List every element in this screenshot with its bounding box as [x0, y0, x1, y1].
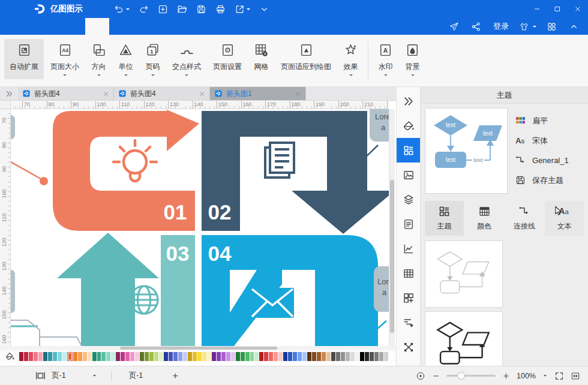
color-swatch[interactable] — [317, 352, 321, 361]
color-swatch[interactable] — [121, 352, 125, 361]
fullscreen-icon[interactable] — [554, 371, 564, 381]
theme-tool[interactable] — [397, 138, 421, 163]
tab-page-layout[interactable] — [85, 18, 109, 35]
color-swatch[interactable] — [384, 352, 388, 361]
share-button[interactable] — [471, 22, 483, 32]
theme-thumbnail-2[interactable] — [425, 311, 503, 366]
color-swatch[interactable] — [135, 352, 139, 361]
theme-thumbnail-1[interactable] — [425, 240, 503, 308]
tab-insert[interactable] — [59, 18, 83, 35]
color-swatch[interactable] — [173, 352, 178, 361]
ribbon-units[interactable]: 单位 — [113, 39, 139, 79]
color-swatch[interactable] — [278, 352, 283, 361]
color-swatch[interactable] — [73, 352, 77, 361]
color-swatch[interactable] — [360, 352, 364, 361]
tab-symbols[interactable] — [138, 18, 162, 35]
caret-down-icon[interactable] — [542, 373, 548, 378]
color-swatch[interactable] — [130, 352, 134, 361]
drawing-canvas[interactable]: 01 02 03 — [11, 109, 389, 346]
panel-tab-color[interactable]: 颜色 — [465, 201, 504, 236]
panel-tab-text[interactable]: Aa 文本 — [545, 201, 584, 236]
color-swatch[interactable] — [111, 352, 115, 361]
zoom-slider[interactable] — [446, 375, 496, 377]
document-tab-1[interactable]: 箭头图4 — [18, 87, 114, 100]
color-swatch[interactable] — [336, 352, 340, 361]
color-swatch[interactable] — [341, 352, 345, 361]
color-swatch[interactable] — [254, 352, 259, 361]
color-swatch[interactable] — [183, 352, 187, 361]
ribbon-fit-page[interactable]: 页面适应到绘图 — [275, 39, 337, 79]
color-swatch[interactable] — [19, 352, 23, 361]
minimize-button[interactable] — [527, 0, 547, 18]
color-swatch[interactable] — [43, 352, 47, 361]
shapes-tool[interactable] — [397, 285, 421, 310]
color-swatch[interactable] — [374, 352, 379, 361]
color-swatch[interactable] — [269, 352, 273, 361]
theme-connector-style[interactable]: General_1 — [515, 151, 587, 170]
color-swatch[interactable] — [34, 352, 38, 361]
customize-toolbar-button[interactable] — [259, 4, 269, 14]
color-swatch[interactable] — [226, 352, 230, 361]
panel-tab-theme[interactable]: 主题 — [425, 201, 464, 236]
theme-font[interactable]: Aa 宋体 — [515, 131, 587, 151]
color-swatch[interactable] — [38, 352, 43, 361]
ribbon-auto-expand[interactable]: 自动扩展 — [4, 39, 44, 79]
tab-view[interactable] — [112, 18, 136, 35]
table-tool[interactable] — [397, 261, 421, 285]
color-swatch[interactable] — [149, 352, 154, 361]
note-tool[interactable] — [397, 212, 421, 236]
ribbon-watermark[interactable]: A 水印 — [373, 39, 398, 79]
color-swatch[interactable] — [164, 352, 168, 361]
color-swatch[interactable] — [365, 352, 369, 361]
color-swatch[interactable] — [188, 352, 192, 361]
color-swatch[interactable] — [288, 352, 292, 361]
horizontal-scrollbar[interactable] — [0, 346, 396, 350]
presentation-play-icon[interactable] — [416, 371, 425, 381]
color-swatch[interactable] — [97, 352, 101, 361]
color-swatch[interactable] — [159, 352, 163, 361]
zoom-slider-knob[interactable] — [457, 372, 465, 380]
paint-bucket-icon[interactable] — [5, 351, 15, 362]
document-tab-2[interactable]: 箭头图4 — [114, 87, 210, 100]
close-tab-icon[interactable] — [199, 91, 205, 97]
step-01-shape[interactable]: 01 — [53, 110, 199, 231]
new-document-button[interactable] — [158, 4, 168, 14]
color-swatch[interactable] — [88, 352, 92, 361]
undo-button[interactable] — [114, 4, 130, 14]
outline-tool[interactable] — [397, 310, 421, 335]
document-tab-3[interactable]: 箭头图1 — [210, 87, 306, 100]
caret-down-icon[interactable] — [92, 373, 97, 378]
constraint-tool[interactable] — [397, 335, 421, 359]
horizontal-scrollbar-thumb[interactable] — [120, 347, 277, 350]
print-button[interactable] — [215, 4, 226, 14]
color-swatch[interactable] — [355, 352, 359, 361]
zoom-out-icon[interactable] — [432, 371, 440, 381]
color-swatch[interactable] — [116, 352, 120, 361]
color-swatch[interactable] — [350, 352, 355, 361]
page-tab[interactable]: 页-1 — [125, 370, 147, 381]
color-swatch[interactable] — [53, 352, 57, 361]
color-swatch[interactable] — [259, 352, 263, 361]
fit-width-icon[interactable] — [571, 371, 580, 381]
login-button[interactable]: 登录 — [493, 21, 509, 32]
ribbon-page-setup[interactable]: 页面设置 — [208, 39, 247, 79]
image-tool[interactable] — [397, 163, 421, 187]
color-swatch[interactable] — [221, 352, 226, 361]
export-button[interactable] — [235, 4, 250, 14]
expand-panel-button[interactable] — [397, 89, 421, 113]
color-swatch[interactable] — [312, 352, 316, 361]
color-swatch[interactable] — [212, 352, 216, 361]
apps-button[interactable] — [547, 22, 559, 32]
tab-file[interactable] — [6, 18, 30, 35]
panel-tab-connector[interactable]: 连接线 — [505, 201, 544, 236]
layers-tool[interactable] — [397, 187, 421, 212]
color-swatch[interactable] — [283, 352, 287, 361]
color-swatch[interactable] — [202, 352, 206, 361]
color-swatch[interactable] — [245, 352, 250, 361]
color-swatch[interactable] — [298, 352, 302, 361]
color-swatch[interactable] — [101, 352, 106, 361]
color-swatch[interactable] — [197, 352, 202, 361]
ribbon-effects[interactable]: 效果 — [338, 39, 364, 79]
save-theme-button[interactable]: 保存主题 — [515, 170, 587, 190]
vertical-scrollbar-thumb[interactable] — [390, 180, 394, 333]
